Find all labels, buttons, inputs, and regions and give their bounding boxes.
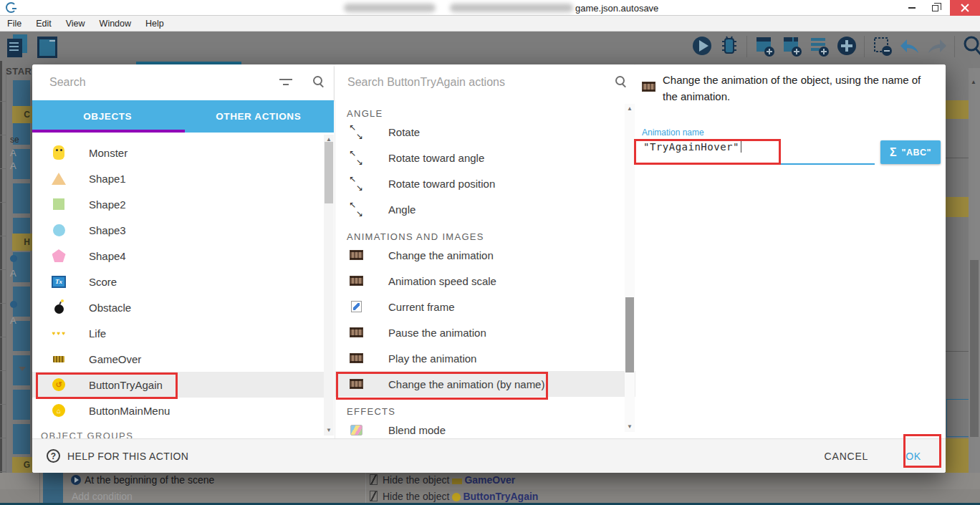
comment-block bbox=[946, 100, 969, 119]
action-text[interactable]: Hide the objectButtonTryAgain bbox=[383, 491, 538, 502]
fold-arrow-icon bbox=[19, 367, 26, 371]
app-window: game.json.autosave File Edit View Window… bbox=[0, 0, 980, 505]
event-text-fragment: A bbox=[10, 148, 16, 158]
event-sheet-scrollbar[interactable]: ▲ ▼ bbox=[969, 68, 980, 505]
filmstrip-icon bbox=[350, 276, 363, 286]
object-search-box bbox=[32, 64, 334, 100]
filmstrip-icon bbox=[350, 250, 363, 260]
action-item-play-animation[interactable]: Play the animation bbox=[335, 345, 635, 371]
remove-event-icon[interactable] bbox=[871, 34, 893, 58]
scrollbar-thumb[interactable] bbox=[325, 142, 333, 203]
condition-text[interactable]: At the beginning of the scene bbox=[85, 474, 214, 486]
blend-mode-icon bbox=[350, 425, 362, 436]
object-item-shape3[interactable]: Shape3 bbox=[32, 217, 334, 243]
comment-block: H bbox=[12, 234, 32, 251]
action-item-rotate-toward-position[interactable]: Rotate toward position bbox=[335, 170, 635, 196]
action-list-scrollbar[interactable]: ▲ ▼ bbox=[625, 104, 635, 432]
object-search-input[interactable] bbox=[49, 73, 250, 92]
object-item-gameover[interactable]: GameOver bbox=[32, 346, 334, 372]
object-item-monster[interactable]: Monster bbox=[32, 140, 334, 165]
search-icon[interactable] bbox=[615, 76, 627, 87]
help-link[interactable]: HELP FOR THIS ACTION bbox=[67, 451, 188, 462]
redacted-title-segment bbox=[450, 4, 573, 12]
action-search-box bbox=[335, 64, 635, 100]
object-item-shape4[interactable]: Shape4 bbox=[32, 243, 334, 269]
action-item-pause-animation[interactable]: Pause the animation bbox=[335, 319, 635, 345]
event-ruler bbox=[0, 68, 6, 473]
object-item-buttonmainmenu[interactable]: ButtonMainMenu bbox=[32, 398, 334, 423]
section-header-effects: EFFECTS bbox=[335, 397, 635, 417]
action-object-name: ButtonTryAgain bbox=[463, 491, 538, 502]
object-groups-header: OBJECT GROUPS bbox=[32, 423, 334, 438]
action-item-current-frame[interactable]: Current frame bbox=[335, 294, 635, 319]
menu-file[interactable]: File bbox=[0, 19, 29, 29]
object-item-shape1[interactable]: Shape1 bbox=[32, 165, 334, 191]
action-item-animation-speed-scale[interactable]: Animation speed scale bbox=[335, 268, 635, 294]
hide-action-icon bbox=[370, 474, 378, 485]
action-item-blend-mode[interactable]: Blend mode bbox=[335, 417, 635, 438]
animation-name-label: Animation name bbox=[642, 128, 704, 138]
text-banner-icon bbox=[53, 356, 64, 362]
event-divider bbox=[946, 158, 969, 158]
toolbar bbox=[0, 32, 980, 61]
debug-icon[interactable] bbox=[718, 34, 740, 58]
menu-help[interactable]: Help bbox=[138, 19, 171, 29]
object-dot-icon bbox=[10, 301, 17, 308]
restore-icon[interactable] bbox=[924, 0, 946, 16]
selected-event-outline bbox=[946, 399, 969, 437]
add-new-icon[interactable] bbox=[835, 34, 858, 58]
add-condition-link[interactable]: Add condition bbox=[72, 491, 133, 502]
annotation-box-selected-object bbox=[36, 372, 178, 399]
object-item-score[interactable]: Score bbox=[32, 269, 334, 294]
menu-view[interactable]: View bbox=[59, 19, 92, 29]
scrollbar-thumb[interactable] bbox=[625, 297, 634, 372]
scene-window-icon[interactable] bbox=[37, 37, 57, 58]
pentagon-icon bbox=[52, 249, 66, 262]
rotate-icon bbox=[350, 126, 362, 138]
search-icon[interactable] bbox=[313, 76, 325, 87]
comment-block bbox=[946, 197, 969, 217]
event-row[interactable]: At the beginning of the scene Hide the o… bbox=[0, 473, 980, 489]
action-text[interactable]: Hide the objectGameOver bbox=[383, 474, 515, 486]
action-item-rotate-toward-angle[interactable]: Rotate toward angle bbox=[335, 145, 635, 170]
minimize-icon[interactable] bbox=[901, 0, 923, 16]
object-item-obstacle[interactable]: Obstacle bbox=[32, 294, 334, 320]
action-item-angle[interactable]: Angle bbox=[335, 196, 635, 222]
project-manager-icon[interactable] bbox=[7, 34, 29, 58]
filter-icon[interactable] bbox=[279, 78, 292, 87]
square-icon bbox=[53, 198, 64, 210]
action-item-change-animation[interactable]: Change the animation bbox=[335, 242, 635, 268]
object-list-scrollbar[interactable]: ▲ ▼ bbox=[324, 135, 334, 436]
action-item-rotate[interactable]: Rotate bbox=[335, 119, 635, 145]
rotate-icon bbox=[350, 203, 362, 215]
action-object-name: GameOver bbox=[464, 474, 515, 486]
action-search-input[interactable] bbox=[347, 73, 584, 92]
circle-icon bbox=[53, 224, 65, 236]
menu-edit[interactable]: Edit bbox=[29, 19, 59, 29]
annotation-box-ok bbox=[903, 434, 941, 468]
event-text-fragment: A bbox=[10, 268, 16, 279]
object-item-shape2[interactable]: Shape2 bbox=[32, 191, 334, 217]
cancel-button[interactable]: CANCEL bbox=[822, 445, 872, 468]
scrollbar-thumb[interactable] bbox=[970, 260, 979, 437]
redo-icon[interactable] bbox=[926, 34, 948, 58]
search-icon[interactable] bbox=[961, 34, 980, 58]
undo-icon[interactable] bbox=[898, 34, 921, 58]
add-event-icon[interactable] bbox=[754, 34, 776, 58]
add-comment-icon[interactable] bbox=[808, 34, 830, 58]
home-button-icon bbox=[52, 404, 65, 417]
dialog-footer: HELP FOR THIS ACTION CANCEL OK bbox=[32, 438, 946, 473]
tab-objects[interactable]: OBJECTS bbox=[32, 100, 183, 133]
gameover-mini-icon bbox=[452, 478, 462, 484]
close-icon[interactable] bbox=[950, 0, 980, 16]
play-icon[interactable] bbox=[691, 34, 713, 58]
tab-other-actions[interactable]: OTHER ACTIONS bbox=[183, 100, 335, 133]
menu-window[interactable]: Window bbox=[92, 19, 138, 29]
section-header-animations: ANIMATIONS AND IMAGES bbox=[335, 222, 635, 242]
help-icon[interactable] bbox=[47, 449, 60, 463]
object-item-life[interactable]: Life bbox=[32, 320, 334, 346]
expression-editor-button[interactable]: Σ "ABC" bbox=[880, 140, 941, 164]
frame-icon bbox=[351, 301, 362, 312]
add-subevent-icon[interactable] bbox=[781, 34, 803, 58]
action-parameters-panel: Change the animation of the object, usin… bbox=[635, 64, 946, 438]
